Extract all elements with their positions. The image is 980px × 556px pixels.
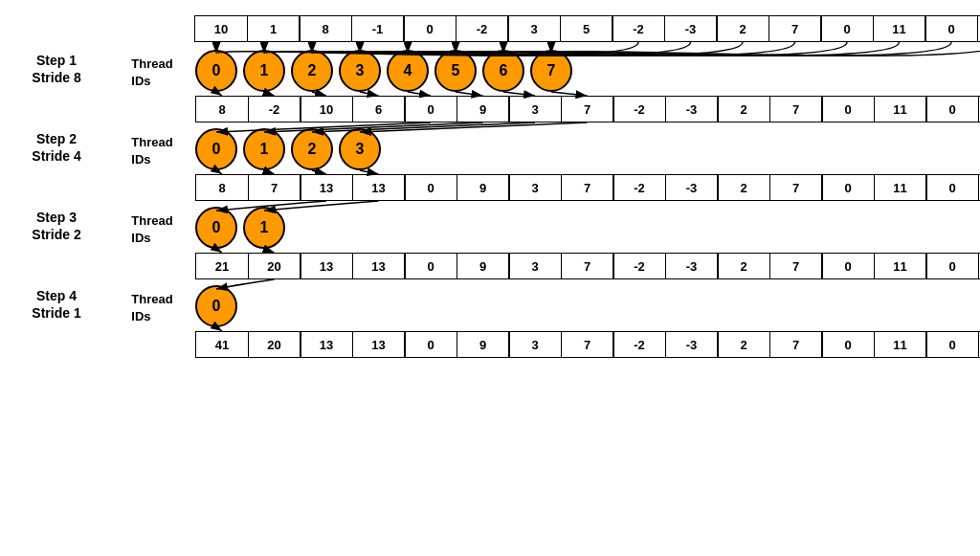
value-cell-2-9: -3: [665, 253, 719, 279]
thread-circle-1-3: 3: [339, 128, 381, 170]
thread-circle-0-6: 6: [482, 50, 524, 92]
value-cell-3-9: -3: [665, 331, 719, 358]
value-cell-0-2: 10: [300, 96, 353, 122]
step-label-2: Step 3Stride 2: [32, 209, 80, 243]
thread-circle-0-2: 2: [291, 50, 333, 92]
value-cell-0-14: 0: [925, 96, 979, 122]
value-cell-1-10: 2: [717, 174, 770, 201]
thread-circles-row-1: 0123: [195, 128, 980, 170]
thread-circle-1-0: 0: [195, 128, 237, 170]
values-row-3: 412013130937-2-32701102: [195, 331, 980, 358]
values-row-1: 8713130937-2-32701102: [195, 174, 980, 201]
value-cell-2-10: 2: [717, 253, 770, 279]
value-cell-1-5: 9: [457, 174, 510, 201]
shared-memory-cell-10: 2: [716, 15, 769, 42]
value-cell-0-5: 9: [457, 96, 510, 122]
shared-memory-cell-8: -2: [612, 15, 665, 42]
shared-memory-cell-1: 1: [247, 15, 301, 42]
step-section-3: Step 4Stride 1ThreadIDs0412013130937-2-3…: [4, 281, 976, 358]
thread-circle-2-0: 0: [195, 207, 237, 249]
value-cell-2-2: 13: [300, 253, 353, 279]
shared-memory-cell-14: 0: [924, 15, 978, 42]
value-cell-2-14: 0: [925, 253, 979, 279]
shared-memory-cell-4: 0: [403, 15, 457, 42]
value-cell-0-13: 11: [874, 96, 927, 122]
thread-circle-0-5: 5: [434, 50, 477, 92]
steps-container: Step 1Stride 8ThreadIDs012345678-2106093…: [4, 46, 976, 358]
value-cell-2-8: -2: [612, 253, 666, 279]
shared-memory-cell-2: 8: [299, 15, 352, 42]
thread-circles-row-2: 01: [195, 207, 980, 249]
thread-circle-0-7: 7: [530, 50, 572, 92]
thread-circles-row-3: 0: [195, 285, 980, 327]
shared-memory-cell-7: 5: [560, 15, 613, 42]
value-cell-2-4: 0: [404, 253, 457, 279]
values-row-2: 212013130937-2-32701102: [195, 253, 980, 279]
value-cell-2-13: 11: [874, 253, 927, 279]
shared-memory-cell-15: 2: [977, 15, 981, 42]
value-cell-1-12: 0: [821, 174, 875, 201]
value-cell-1-13: 11: [874, 174, 927, 201]
step-section-1: Step 2Stride 4ThreadIDs01238713130937-2-…: [4, 124, 976, 201]
value-cell-1-7: 7: [561, 174, 614, 201]
value-cell-0-11: 7: [769, 96, 823, 122]
shared-memory-row: 1018-10-235-2-32701102: [4, 15, 976, 42]
thread-circle-0-1: 1: [243, 50, 285, 92]
shared-memory-cell-6: 3: [507, 15, 561, 42]
value-cell-1-9: -3: [665, 174, 719, 201]
value-cell-3-7: 7: [561, 331, 614, 358]
value-cell-2-3: 13: [352, 253, 406, 279]
value-cell-0-12: 0: [821, 96, 875, 122]
value-cell-3-11: 7: [769, 331, 823, 358]
value-cell-0-10: 2: [717, 96, 770, 122]
thread-circle-0-4: 4: [387, 50, 429, 92]
shared-memory-cell-12: 0: [820, 15, 874, 42]
value-cell-1-11: 7: [769, 174, 823, 201]
thread-ids-label-2: ThreadIDs: [109, 203, 195, 247]
value-cell-1-4: 0: [404, 174, 457, 201]
value-cell-2-5: 9: [457, 253, 510, 279]
step-section-0: Step 1Stride 8ThreadIDs012345678-2106093…: [4, 46, 976, 122]
value-cell-1-0: 8: [195, 174, 249, 201]
value-cell-1-6: 3: [508, 174, 562, 201]
thread-ids-label-0: ThreadIDs: [109, 46, 195, 90]
diagram: 1018-10-235-2-32701102 Step 1Stride 8Thr…: [0, 0, 980, 556]
value-cell-2-12: 0: [821, 253, 875, 279]
shared-memory-cell-13: 11: [873, 15, 926, 42]
value-cell-3-3: 13: [352, 331, 406, 358]
value-cell-3-14: 0: [925, 331, 979, 358]
thread-ids-label-3: ThreadIDs: [109, 281, 195, 325]
shared-memory-cells: 1018-10-235-2-32701102: [194, 15, 980, 42]
value-cell-0-3: 6: [352, 96, 406, 122]
thread-circle-0-3: 3: [339, 50, 381, 92]
value-cell-3-4: 0: [404, 331, 457, 358]
value-cell-0-7: 7: [561, 96, 614, 122]
value-cell-3-1: 20: [248, 331, 301, 358]
value-cell-2-1: 20: [248, 253, 301, 279]
value-cell-0-0: 8: [195, 96, 249, 122]
value-cell-3-8: -2: [612, 331, 666, 358]
value-cell-2-6: 3: [508, 253, 562, 279]
shared-memory-cell-11: 7: [768, 15, 822, 42]
value-cell-1-3: 13: [352, 174, 406, 201]
value-cell-2-0: 21: [195, 253, 249, 279]
value-cell-1-1: 7: [248, 174, 301, 201]
value-cell-1-2: 13: [300, 174, 353, 201]
value-cell-3-13: 11: [874, 331, 927, 358]
thread-circle-0-0: 0: [195, 50, 237, 92]
thread-circle-3-0: 0: [195, 285, 237, 327]
thread-ids-label-1: ThreadIDs: [109, 124, 195, 168]
thread-circles-row-0: 01234567: [195, 50, 980, 92]
thread-circle-2-1: 1: [243, 207, 285, 249]
values-row-0: 8-21060937-2-32701102: [195, 96, 980, 122]
value-cell-3-12: 0: [821, 331, 875, 358]
value-cell-3-10: 2: [717, 331, 770, 358]
value-cell-3-0: 41: [195, 331, 249, 358]
value-cell-3-2: 13: [300, 331, 353, 358]
shared-memory-cell-9: -3: [664, 15, 718, 42]
thread-circle-1-1: 1: [243, 128, 285, 170]
step-label-1: Step 2Stride 4: [32, 130, 80, 165]
step-section-2: Step 3Stride 2ThreadIDs01212013130937-2-…: [4, 203, 976, 279]
shared-memory-cell-3: -1: [351, 15, 405, 42]
value-cell-2-11: 7: [769, 253, 823, 279]
